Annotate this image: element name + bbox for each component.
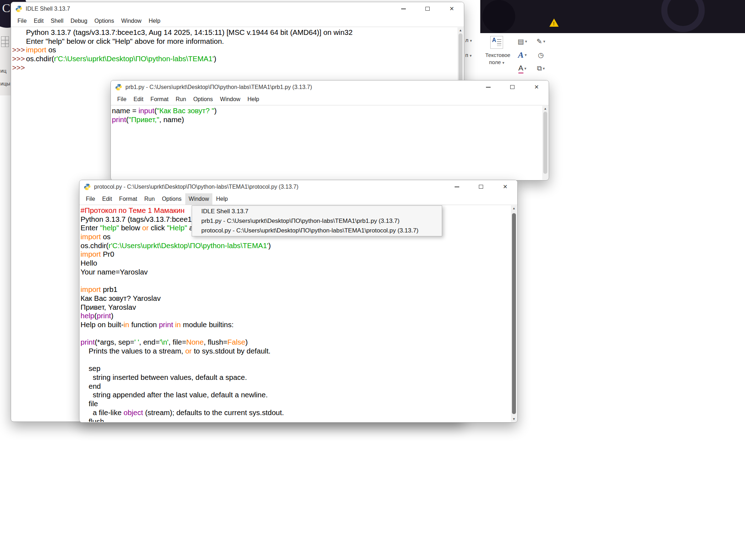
menu-format[interactable]: Format [115,193,141,205]
menu-edit[interactable]: Edit [130,94,147,105]
drop-cap-button[interactable]: А ▾ [513,62,532,75]
window-menu-item[interactable]: prb1.py - C:\Users\uprkt\Desktop\ПО\pyth… [192,216,442,226]
code-line: >>>import os [11,46,457,54]
protocol-menubar: FileEditFormatRunOptionsWindowHelp [79,193,517,205]
code-line: a file-like object (stream); defaults to… [80,408,511,417]
maximize-icon [425,7,430,11]
code-line: file [80,399,511,408]
chevron-down-icon: ▾ [543,66,545,71]
scroll-down-arrow[interactable]: ▼ [511,416,517,422]
menu-window[interactable]: Window [118,15,145,27]
decorative-ring [661,0,705,32]
menu-window[interactable]: Window [185,193,213,205]
code-line [80,277,511,286]
window-title: IDLE Shell 3.13.7 [26,6,70,12]
code-line: import Pr0 [80,250,511,259]
window-menu-item[interactable]: protocol.py - C:\Users\uprkt\Desktop\ПО\… [192,226,442,235]
shell-menubar: FileEditShellDebugOptionsWindowHelp [11,15,464,27]
menu-run[interactable]: Run [172,94,190,105]
date-time-button[interactable]: ◷ [532,48,550,62]
code-line: >>> [11,63,457,72]
shell-prompt: >>> [12,63,25,72]
menu-help[interactable]: Help [145,15,164,27]
text-box-button[interactable]: А Текстовое поле ▾ [485,36,508,66]
desktop: { "colors": { "keyword": "#ff7700", "bui… [0,0,745,560]
signature-pen-icon: ✎ [537,37,542,46]
wordart-button[interactable]: A ▾ [513,48,532,62]
menu-options[interactable]: Options [91,15,118,27]
scrollbar-thumb[interactable] [512,213,516,414]
menu-shell[interactable]: Shell [47,15,67,27]
maximize-button[interactable] [500,80,524,94]
menu-window[interactable]: Window [217,94,244,105]
prb1-text-area[interactable]: name = input("Как Вас зовут? ")print("Пр… [111,106,542,180]
scroll-up-arrow[interactable]: ▲ [542,106,548,111]
minimize-button[interactable] [391,2,415,15]
code-line: Привет, Yaroslav [80,303,511,312]
menu-file[interactable]: File [82,193,99,205]
scroll-up-arrow[interactable]: ▲ [457,27,464,33]
python-icon [15,5,22,12]
chevron-down-icon: ▾ [543,39,545,44]
code-line: print(*args, sep=' ', end='\n', file=Non… [80,338,511,347]
title-dark-panel [480,0,745,33]
menu-format[interactable]: Format [147,94,172,105]
object-button[interactable]: ⧉ ▾ [532,62,550,75]
signature-line-button[interactable]: ✎ ▾ [532,35,550,48]
protocol-scrollbar[interactable]: ▲ ▼ [511,205,517,422]
maximize-button[interactable] [469,180,493,193]
menu-run[interactable]: Run [141,193,158,205]
scrollbar-thumb[interactable] [543,112,547,174]
close-icon: ✕ [503,184,507,190]
scroll-up-arrow[interactable]: ▲ [511,205,517,211]
maximize-button[interactable] [415,2,440,15]
cut-ribbon-label: л ▾ [465,37,472,43]
table-icon [1,36,9,47]
close-button[interactable]: ✕ [440,2,464,15]
menu-file[interactable]: File [14,15,30,27]
code-line: Enter "help" below or click "Help" above… [11,37,457,46]
menu-edit[interactable]: Edit [99,193,116,205]
cut-text-fragment: иц [0,68,6,74]
menu-file[interactable]: File [114,94,130,105]
chevron-down-icon: ▾ [470,38,472,43]
minimize-button[interactable] [476,80,500,94]
menu-edit[interactable]: Edit [30,15,47,27]
menu-help[interactable]: Help [244,94,263,105]
code-line: sep [80,364,511,373]
wordart-icon: A [518,50,524,60]
object-icon: ⧉ [537,64,542,72]
shell-prompt: >>> [12,54,25,63]
minimize-icon [455,187,459,187]
chevron-down-icon: ▾ [525,39,527,44]
protocol-editor-window: protocol.py - C:\Users\uprkt\Desktop\ПО\… [79,180,518,423]
close-button[interactable]: ✕ [524,80,549,94]
menu-options[interactable]: Options [158,193,185,205]
protocol-text-area[interactable]: #Протокол по Теме 1 МамакинPython 3.13.7… [80,205,511,422]
quick-parts-button[interactable]: ▤ ▾ [513,35,532,48]
close-button[interactable]: ✕ [493,180,517,193]
text-box-label: Текстовое поле ▾ [485,52,508,66]
ribbon-mini-buttons: ▤ ▾ ✎ ▾ A ▾ ◷ А ▾ ⧉ ▾ [513,35,550,75]
cut-text-fragment: ицы [0,80,10,87]
prb1-titlebar[interactable]: prb1.py - C:\Users\uprkt\Desktop\ПО\pyth… [111,80,549,94]
decorative-circle [482,0,515,33]
code-line: os.chdir(r'C:\Users\uprkt\Desktop\ПО\pyt… [80,241,511,250]
menu-options[interactable]: Options [190,94,216,105]
maximize-icon [510,85,514,89]
shell-prompt: >>> [12,46,25,54]
code-line [80,329,511,338]
text-box-icon: А [490,36,503,49]
menu-help[interactable]: Help [212,193,231,205]
minimize-button[interactable] [445,180,469,193]
window-menu-item[interactable]: IDLE Shell 3.13.7 [192,206,442,216]
menu-debug[interactable]: Debug [67,15,91,27]
prb1-scrollbar[interactable]: ▲ [542,106,548,180]
drop-cap-icon: А [518,64,523,73]
code-line: end [80,382,511,391]
shell-titlebar[interactable]: IDLE Shell 3.13.7 ✕ [11,2,464,15]
code-line: string appended after the last value, de… [80,391,511,399]
code-line: name = input("Как Вас зовут? ") [111,106,542,115]
protocol-titlebar[interactable]: protocol.py - C:\Users\uprkt\Desktop\ПО\… [79,180,517,193]
code-line: >>>os.chdir(r'C:\Users\uprkt\Desktop\ПО\… [11,54,457,63]
